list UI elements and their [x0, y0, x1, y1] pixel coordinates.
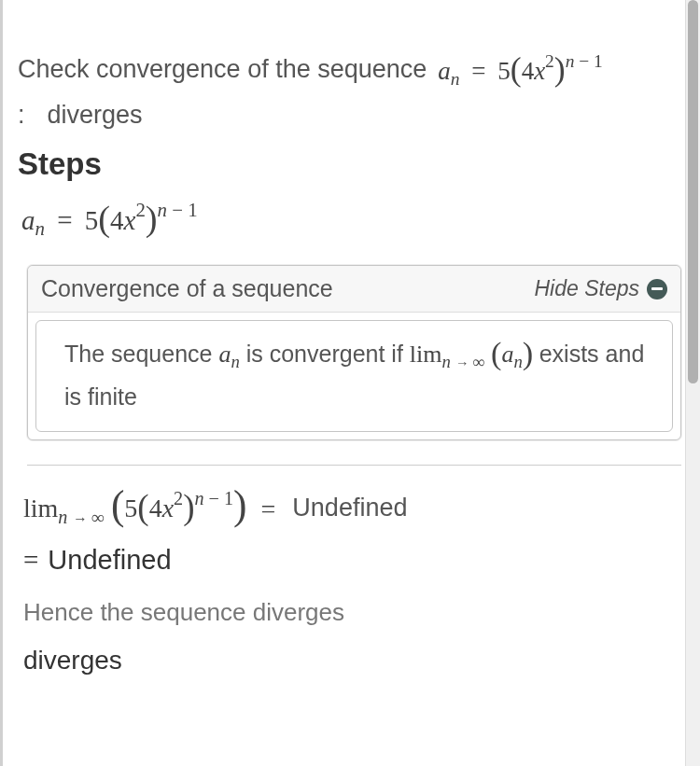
limit-evaluation: limn → ∞ (5(4x2)n − 1) = Undefined: [23, 488, 694, 528]
colon: :: [18, 101, 25, 129]
hide-steps-label: Hide Steps: [534, 276, 639, 301]
conclusion-sentence: Hence the sequence diverges: [23, 598, 694, 627]
convergence-rule-box: Convergence of a sequence Hide Steps The…: [27, 265, 681, 440]
limit-result: Undefined: [292, 494, 407, 522]
rule-limit: limn → ∞ (an): [410, 341, 539, 368]
rule-an: an: [218, 341, 239, 368]
problem-statement: Check convergence of the sequence an = 5…: [18, 47, 694, 93]
divider: [27, 465, 681, 466]
vertical-scrollbar[interactable]: [685, 0, 700, 766]
problem-result-line: :diverges: [18, 101, 694, 130]
equals-undefined: = Undefined: [23, 545, 694, 576]
final-answer: diverges: [23, 646, 694, 675]
rule-header: Convergence of a sequence Hide Steps: [28, 266, 680, 313]
problem-formula: an = 5(4x2)n − 1: [438, 47, 603, 93]
restated-formula: an = 5(4x2)n − 1: [21, 199, 694, 241]
limit-expression: limn → ∞ (5(4x2)n − 1) =: [23, 488, 283, 528]
rule-body-mid: is convergent if: [246, 341, 403, 367]
scrollbar-thumb[interactable]: [688, 0, 698, 383]
equals-sign: =: [23, 545, 38, 576]
hide-steps-button[interactable]: Hide Steps: [534, 276, 667, 301]
rule-body: The sequence an is convergent if limn → …: [35, 320, 673, 432]
undefined-text: Undefined: [48, 545, 171, 576]
steps-heading: Steps: [18, 146, 694, 182]
problem-prefix: Check convergence of the sequence: [18, 49, 427, 90]
collapse-icon: [647, 279, 667, 299]
rule-body-prefix: The sequence: [64, 341, 212, 367]
rule-title: Convergence of a sequence: [41, 275, 333, 302]
problem-answer: diverges: [48, 101, 143, 129]
content-pane: Check convergence of the sequence an = 5…: [0, 0, 700, 766]
